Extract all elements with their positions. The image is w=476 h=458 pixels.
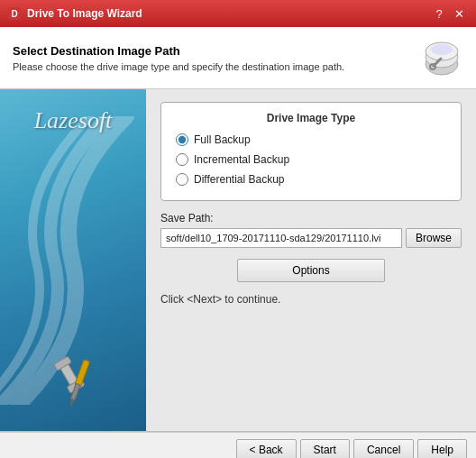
back-button[interactable]: < Back: [236, 439, 297, 459]
differential-backup-option[interactable]: Differential Backup: [176, 173, 446, 186]
hint-text: Click <Next> to continue.: [160, 293, 462, 306]
sidebar: Lazesoft: [0, 89, 146, 431]
header-text: Select Destination Image Path Please cho…: [13, 44, 344, 72]
cancel-button[interactable]: Cancel: [353, 439, 414, 459]
differential-backup-radio[interactable]: [176, 173, 188, 186]
browse-button[interactable]: Browse: [406, 228, 462, 248]
header: Select Destination Image Path Please cho…: [0, 27, 476, 89]
image-type-title: Drive Image Type: [176, 112, 446, 124]
options-section: Options: [160, 259, 462, 282]
page-heading: Select Destination Image Path: [13, 44, 344, 58]
save-path-row: Browse: [160, 228, 462, 248]
save-path-section: Save Path: Browse: [160, 212, 462, 248]
help-window-button[interactable]: ?: [429, 4, 449, 23]
footer: < Back Start Cancel Help: [0, 432, 476, 458]
full-backup-option[interactable]: Full Backup: [176, 133, 446, 146]
backup-type-radio-group: Full Backup Incremental Backup Different…: [176, 133, 446, 186]
sidebar-tools-icon: [41, 350, 105, 413]
save-path-label: Save Path:: [160, 212, 462, 224]
incremental-backup-option[interactable]: Incremental Backup: [176, 153, 446, 166]
main-content: Lazesoft Drive Image Type: [0, 89, 476, 432]
save-path-input[interactable]: [160, 228, 402, 248]
header-icon: [420, 36, 463, 79]
title-bar: D Drive To Image Wizard ? ✕: [0, 0, 476, 27]
svg-rect-11: [75, 360, 90, 388]
app-icon: D: [7, 6, 22, 21]
svg-text:D: D: [11, 9, 17, 19]
incremental-backup-label: Incremental Backup: [194, 153, 289, 166]
close-button[interactable]: ✕: [449, 4, 469, 23]
full-backup-label: Full Backup: [194, 133, 251, 146]
full-backup-radio[interactable]: [176, 133, 188, 146]
content-area: Drive Image Type Full Backup Incremental…: [146, 89, 476, 431]
sidebar-logo: Lazesoft: [34, 107, 113, 134]
start-button[interactable]: Start: [300, 439, 350, 459]
help-button[interactable]: Help: [417, 439, 467, 459]
page-subtext: Please choose the drive image type and s…: [13, 61, 344, 72]
differential-backup-label: Differential Backup: [194, 173, 285, 186]
svg-marker-13: [69, 398, 75, 407]
svg-point-5: [431, 44, 453, 55]
incremental-backup-radio[interactable]: [176, 153, 188, 166]
image-type-box: Drive Image Type Full Backup Incremental…: [160, 102, 462, 201]
options-button[interactable]: Options: [237, 259, 384, 282]
title-bar-text: Drive To Image Wizard: [27, 7, 429, 20]
